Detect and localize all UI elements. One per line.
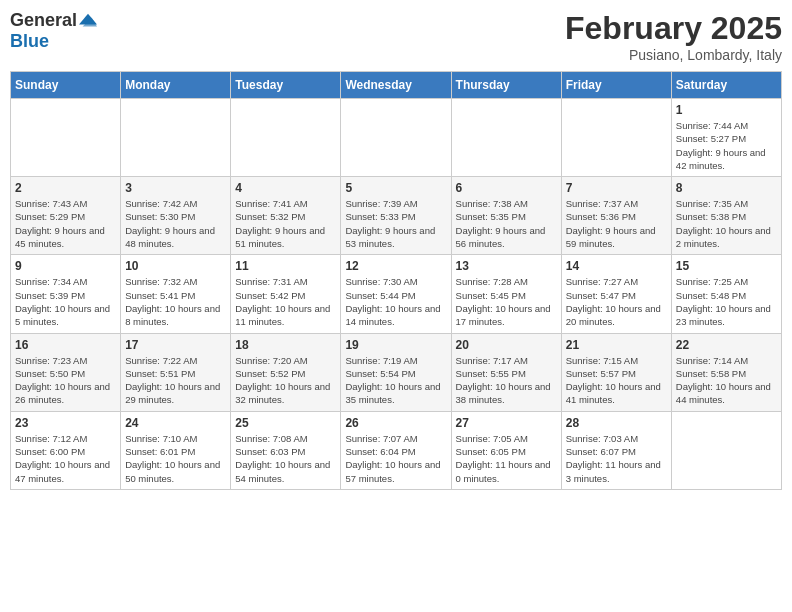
calendar-cell: 23Sunrise: 7:12 AM Sunset: 6:00 PM Dayli… [11,411,121,489]
week-row-4: 16Sunrise: 7:23 AM Sunset: 5:50 PM Dayli… [11,333,782,411]
calendar-cell: 15Sunrise: 7:25 AM Sunset: 5:48 PM Dayli… [671,255,781,333]
calendar-cell: 14Sunrise: 7:27 AM Sunset: 5:47 PM Dayli… [561,255,671,333]
day-info: Sunrise: 7:03 AM Sunset: 6:07 PM Dayligh… [566,432,667,485]
day-number: 13 [456,259,557,273]
day-info: Sunrise: 7:15 AM Sunset: 5:57 PM Dayligh… [566,354,667,407]
calendar-cell: 27Sunrise: 7:05 AM Sunset: 6:05 PM Dayli… [451,411,561,489]
calendar-cell: 26Sunrise: 7:07 AM Sunset: 6:04 PM Dayli… [341,411,451,489]
calendar-cell: 18Sunrise: 7:20 AM Sunset: 5:52 PM Dayli… [231,333,341,411]
day-number: 6 [456,181,557,195]
weekday-header-friday: Friday [561,72,671,99]
day-info: Sunrise: 7:44 AM Sunset: 5:27 PM Dayligh… [676,119,777,172]
day-info: Sunrise: 7:30 AM Sunset: 5:44 PM Dayligh… [345,275,446,328]
day-number: 2 [15,181,116,195]
title-area: February 2025 Pusiano, Lombardy, Italy [565,10,782,63]
logo-icon [79,12,97,30]
day-number: 24 [125,416,226,430]
day-info: Sunrise: 7:14 AM Sunset: 5:58 PM Dayligh… [676,354,777,407]
day-info: Sunrise: 7:10 AM Sunset: 6:01 PM Dayligh… [125,432,226,485]
calendar-cell: 11Sunrise: 7:31 AM Sunset: 5:42 PM Dayli… [231,255,341,333]
day-info: Sunrise: 7:07 AM Sunset: 6:04 PM Dayligh… [345,432,446,485]
day-number: 18 [235,338,336,352]
location-title: Pusiano, Lombardy, Italy [565,47,782,63]
calendar-cell [121,99,231,177]
day-info: Sunrise: 7:42 AM Sunset: 5:30 PM Dayligh… [125,197,226,250]
header: General Blue February 2025 Pusiano, Lomb… [10,10,782,63]
day-info: Sunrise: 7:19 AM Sunset: 5:54 PM Dayligh… [345,354,446,407]
weekday-header-row: SundayMondayTuesdayWednesdayThursdayFrid… [11,72,782,99]
day-info: Sunrise: 7:32 AM Sunset: 5:41 PM Dayligh… [125,275,226,328]
calendar-cell: 25Sunrise: 7:08 AM Sunset: 6:03 PM Dayli… [231,411,341,489]
logo: General Blue [10,10,97,52]
day-number: 8 [676,181,777,195]
weekday-header-monday: Monday [121,72,231,99]
day-info: Sunrise: 7:31 AM Sunset: 5:42 PM Dayligh… [235,275,336,328]
day-number: 10 [125,259,226,273]
day-number: 22 [676,338,777,352]
calendar-cell: 24Sunrise: 7:10 AM Sunset: 6:01 PM Dayli… [121,411,231,489]
calendar-cell: 9Sunrise: 7:34 AM Sunset: 5:39 PM Daylig… [11,255,121,333]
weekday-header-tuesday: Tuesday [231,72,341,99]
day-number: 25 [235,416,336,430]
day-info: Sunrise: 7:43 AM Sunset: 5:29 PM Dayligh… [15,197,116,250]
calendar-cell: 22Sunrise: 7:14 AM Sunset: 5:58 PM Dayli… [671,333,781,411]
calendar-cell: 1Sunrise: 7:44 AM Sunset: 5:27 PM Daylig… [671,99,781,177]
day-info: Sunrise: 7:25 AM Sunset: 5:48 PM Dayligh… [676,275,777,328]
day-number: 23 [15,416,116,430]
weekday-header-sunday: Sunday [11,72,121,99]
day-info: Sunrise: 7:22 AM Sunset: 5:51 PM Dayligh… [125,354,226,407]
day-number: 16 [15,338,116,352]
day-info: Sunrise: 7:05 AM Sunset: 6:05 PM Dayligh… [456,432,557,485]
calendar-cell: 28Sunrise: 7:03 AM Sunset: 6:07 PM Dayli… [561,411,671,489]
weekday-header-wednesday: Wednesday [341,72,451,99]
day-info: Sunrise: 7:39 AM Sunset: 5:33 PM Dayligh… [345,197,446,250]
day-number: 7 [566,181,667,195]
logo-blue-text: Blue [10,31,49,52]
calendar-cell [231,99,341,177]
day-info: Sunrise: 7:34 AM Sunset: 5:39 PM Dayligh… [15,275,116,328]
day-info: Sunrise: 7:37 AM Sunset: 5:36 PM Dayligh… [566,197,667,250]
day-number: 5 [345,181,446,195]
day-number: 9 [15,259,116,273]
calendar-cell: 4Sunrise: 7:41 AM Sunset: 5:32 PM Daylig… [231,177,341,255]
day-number: 20 [456,338,557,352]
day-number: 14 [566,259,667,273]
calendar-cell: 12Sunrise: 7:30 AM Sunset: 5:44 PM Dayli… [341,255,451,333]
week-row-2: 2Sunrise: 7:43 AM Sunset: 5:29 PM Daylig… [11,177,782,255]
day-number: 3 [125,181,226,195]
week-row-5: 23Sunrise: 7:12 AM Sunset: 6:00 PM Dayli… [11,411,782,489]
day-number: 1 [676,103,777,117]
weekday-header-saturday: Saturday [671,72,781,99]
day-number: 27 [456,416,557,430]
calendar-cell [561,99,671,177]
calendar-cell: 19Sunrise: 7:19 AM Sunset: 5:54 PM Dayli… [341,333,451,411]
calendar-cell: 7Sunrise: 7:37 AM Sunset: 5:36 PM Daylig… [561,177,671,255]
day-number: 26 [345,416,446,430]
day-number: 15 [676,259,777,273]
day-info: Sunrise: 7:08 AM Sunset: 6:03 PM Dayligh… [235,432,336,485]
month-title: February 2025 [565,10,782,47]
week-row-1: 1Sunrise: 7:44 AM Sunset: 5:27 PM Daylig… [11,99,782,177]
day-info: Sunrise: 7:41 AM Sunset: 5:32 PM Dayligh… [235,197,336,250]
week-row-3: 9Sunrise: 7:34 AM Sunset: 5:39 PM Daylig… [11,255,782,333]
calendar-cell: 13Sunrise: 7:28 AM Sunset: 5:45 PM Dayli… [451,255,561,333]
day-info: Sunrise: 7:20 AM Sunset: 5:52 PM Dayligh… [235,354,336,407]
day-info: Sunrise: 7:38 AM Sunset: 5:35 PM Dayligh… [456,197,557,250]
day-info: Sunrise: 7:12 AM Sunset: 6:00 PM Dayligh… [15,432,116,485]
calendar-cell [341,99,451,177]
calendar-cell [11,99,121,177]
calendar-cell [451,99,561,177]
logo-general-text: General [10,10,77,31]
day-info: Sunrise: 7:23 AM Sunset: 5:50 PM Dayligh… [15,354,116,407]
calendar-cell: 16Sunrise: 7:23 AM Sunset: 5:50 PM Dayli… [11,333,121,411]
calendar-cell [671,411,781,489]
day-number: 19 [345,338,446,352]
calendar-cell: 3Sunrise: 7:42 AM Sunset: 5:30 PM Daylig… [121,177,231,255]
day-number: 17 [125,338,226,352]
calendar-cell: 6Sunrise: 7:38 AM Sunset: 5:35 PM Daylig… [451,177,561,255]
day-info: Sunrise: 7:28 AM Sunset: 5:45 PM Dayligh… [456,275,557,328]
day-info: Sunrise: 7:35 AM Sunset: 5:38 PM Dayligh… [676,197,777,250]
day-info: Sunrise: 7:27 AM Sunset: 5:47 PM Dayligh… [566,275,667,328]
day-number: 11 [235,259,336,273]
calendar: SundayMondayTuesdayWednesdayThursdayFrid… [10,71,782,490]
